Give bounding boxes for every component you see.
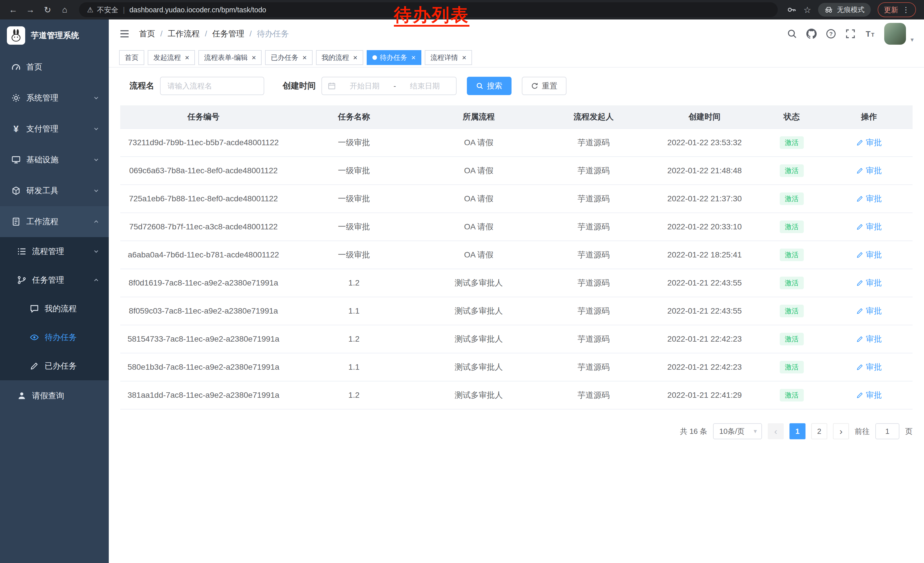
date-range-picker[interactable]: 开始日期 - 结束日期 [321,77,456,95]
approve-link[interactable]: 审批 [856,193,882,204]
approve-link[interactable]: 审批 [856,137,882,148]
app-logo-icon [7,26,25,45]
tab[interactable]: 我的流程 × [316,50,363,65]
table-body: 73211d9d-7b9b-11ec-b5b7-acde48001122 一级审… [120,129,912,410]
column-header: 任务名称 [286,105,422,128]
update-button[interactable]: 更新 ⋮ [878,2,916,17]
sidebar-item-home[interactable]: 首页 [0,51,109,83]
fullscreen-icon[interactable] [845,29,856,39]
home-icon[interactable]: ⌂ [57,2,72,17]
reset-button[interactable]: 重置 [522,77,567,95]
breadcrumb-home[interactable]: 首页 [139,29,155,39]
github-icon[interactable] [806,29,817,39]
approve-link[interactable]: 审批 [856,278,882,288]
edit-icon [856,392,864,399]
page-button-2[interactable]: 2 [811,423,827,439]
security-indicator[interactable]: ⚠ 不安全 [87,5,118,15]
tab[interactable]: 已办任务 × [265,50,312,65]
tab-close-icon[interactable]: × [353,54,357,61]
task-initiator: 芋道源码 [536,325,651,353]
sidebar-item-payment-mgmt[interactable]: ¥ 支付管理 [0,113,109,144]
sidebar-item-leave-query[interactable]: 请假查询 [0,380,109,411]
tab[interactable]: 流程详情 × [425,50,472,65]
sidebar-item-todo-tasks[interactable]: 待办任务 [0,323,109,352]
task-id: 58154733-7ac8-11ec-a9e2-a2380e71991a [120,325,286,353]
tab-active-dot [372,55,377,60]
avatar-caret-icon[interactable]: ▾ [910,36,914,44]
approve-link[interactable]: 审批 [856,390,882,401]
gear-icon [12,93,21,102]
sidebar-item-workflow[interactable]: 工作流程 [0,206,109,237]
yen-icon: ¥ [12,124,21,134]
sidebar-item-process-mgmt[interactable]: 流程管理 [0,237,109,266]
bookmark-star-icon[interactable]: ☆ [804,5,811,15]
approve-link[interactable]: 审批 [856,362,882,372]
status-badge: 激活 [780,361,804,373]
process-name-input[interactable] [160,77,264,95]
chevron-down-icon [93,248,100,255]
font-size-icon[interactable]: TT [865,29,875,39]
key-icon[interactable] [787,5,796,15]
approve-link[interactable]: 审批 [856,249,882,260]
status-cell: 激活 [758,241,825,269]
next-page-button[interactable]: › [833,423,849,439]
task-name: 一级审批 [286,213,422,240]
table-row: 069c6a63-7b8a-11ec-8ef0-acde48001122 一级审… [120,157,912,185]
prev-page-button[interactable]: ‹ [768,423,784,439]
table-row: 580e1b3d-7ac8-11ec-a9e2-a2380e71991a 1.1… [120,353,912,381]
refresh-icon [531,82,538,90]
back-icon[interactable]: ← [6,2,21,17]
chevron-up-icon [93,218,100,225]
divider: | [123,6,125,14]
breadcrumb-task-mgmt[interactable]: 任务管理 [212,29,244,39]
process-name-label: 流程名 [129,80,154,92]
edit-icon [856,251,864,258]
incognito-badge: 无痕模式 [818,3,871,17]
task-process: OA 请假 [422,157,536,185]
goto-suffix: 页 [905,426,912,437]
approve-link[interactable]: 审批 [856,333,882,344]
goto-page-input[interactable] [875,423,899,439]
tab[interactable]: 首页 [119,50,144,65]
search-button[interactable]: 搜索 [467,77,512,95]
reload-icon[interactable]: ↻ [40,2,55,17]
sidebar-item-task-mgmt[interactable]: 任务管理 [0,266,109,294]
clipboard-icon [12,217,21,226]
tab-close-icon[interactable]: × [252,54,256,61]
tab[interactable]: 发起流程 × [148,50,195,65]
column-header: 操作 [825,105,912,128]
status-cell: 激活 [758,381,825,409]
approve-link[interactable]: 审批 [856,165,882,176]
task-created: 2022-01-21 22:42:23 [651,353,758,381]
page-size-value: 10条/页 [719,426,744,437]
breadcrumb-workflow[interactable]: 工作流程 [168,29,200,39]
tab-close-icon[interactable]: × [411,54,416,61]
hamburger-icon[interactable] [119,29,130,39]
sidebar-item-done-tasks[interactable]: 已办任务 [0,352,109,380]
tab[interactable]: 待办任务 × [367,50,422,65]
sidebar-item-my-processes[interactable]: 我的流程 [0,294,109,323]
incognito-icon [824,6,833,14]
menu-dots-icon[interactable]: ⋮ [902,6,910,14]
tab-label: 发起流程 [153,53,181,62]
help-icon[interactable]: ? [826,29,836,39]
sidebar-item-infrastructure[interactable]: 基础设施 [0,144,109,175]
approve-link[interactable]: 审批 [856,306,882,317]
approve-link[interactable]: 审批 [856,221,882,232]
tab-close-icon[interactable]: × [462,54,466,61]
sidebar-item-dev-tools[interactable]: 研发工具 [0,175,109,206]
tab-close-icon[interactable]: × [185,54,189,61]
page-size-select[interactable]: 10条/页 ▾ [713,423,762,439]
sidebar-item-system-mgmt[interactable]: 系统管理 [0,83,109,113]
forward-icon[interactable]: → [23,2,38,17]
tab-close-icon[interactable]: × [302,54,307,61]
page-button-1[interactable]: 1 [789,423,806,439]
task-id: 725a1eb6-7b88-11ec-8ef0-acde48001122 [120,185,286,213]
tab-label: 已办任务 [271,53,298,62]
app-logo[interactable]: 芋道管理系统 [0,20,109,51]
avatar[interactable] [884,23,906,45]
column-header: 创建时间 [651,105,758,128]
search-icon[interactable] [787,29,797,39]
tab[interactable]: 流程表单-编辑 × [198,50,262,65]
sidebar-item-label: 系统管理 [26,93,58,104]
